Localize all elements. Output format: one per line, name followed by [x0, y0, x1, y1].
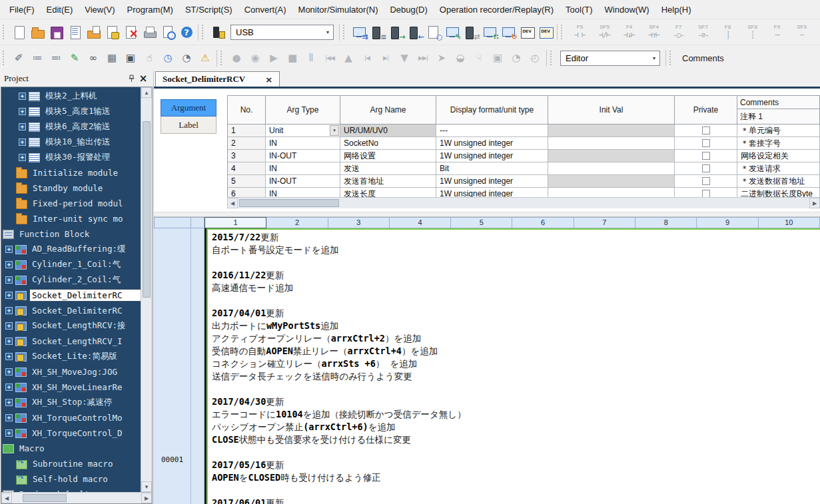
expand-icon[interactable]: [5, 322, 13, 330]
menu-item-edit[interactable]: Edit(E): [41, 1, 79, 18]
tree-item-self-hold-macro[interactable]: Self-hold macro: [1, 471, 141, 487]
tree-item-2[interactable]: 模块2_上料机: [1, 89, 141, 104]
private-checkbox[interactable]: [702, 177, 710, 185]
cell-arg-name[interactable]: UR/UM/UV0: [340, 125, 436, 137]
expand-icon[interactable]: [5, 429, 13, 437]
cell-comment[interactable]: ＊发送数据首地址: [737, 175, 820, 188]
tree-item-socket-delimiterrc[interactable]: Socket_DelimiterRC: [1, 288, 141, 303]
expand-icon[interactable]: [5, 246, 13, 253]
device-monitor-icon[interactable]: ▣: [121, 49, 140, 67]
cell-init-val[interactable]: [548, 162, 675, 175]
tree-item-socket-lite[interactable]: Socket_Lite:简易版: [1, 349, 141, 364]
comment-block[interactable]: 2015/7/22更新自ポート番号設定モードを追加 2016/11/22更新高速…: [206, 228, 820, 504]
tree-item-xh-sh-movejog-jog[interactable]: XH_SH_MoveJog:JOG: [1, 364, 141, 379]
cell-arg-name[interactable]: 发送: [340, 162, 436, 175]
close-panel-icon[interactable]: [137, 73, 149, 85]
cell-display-format[interactable]: ---: [436, 125, 548, 137]
tree-item-ad-readbuffering[interactable]: AD_ReadBuffering:缓: [1, 242, 141, 257]
print-preview-icon[interactable]: [159, 23, 177, 41]
online-edit-icon[interactable]: ↻: [499, 23, 518, 41]
pin-icon[interactable]: [125, 73, 137, 85]
private-checkbox[interactable]: [702, 126, 710, 134]
write-to-plc-icon[interactable]: →: [387, 23, 406, 41]
cell-arg-type[interactable]: IN-OUT: [266, 150, 340, 162]
tree-item-cylinder-2-coil[interactable]: Cylinder_2_Coil:气: [1, 272, 141, 288]
expand-icon[interactable]: [5, 307, 13, 314]
menu-item-view[interactable]: View(V): [79, 1, 121, 18]
device-batch-monitor-icon[interactable]: ∷: [480, 23, 499, 41]
new-document-icon[interactable]: [9, 23, 28, 41]
expand-icon[interactable]: [5, 414, 13, 421]
tree-item-device-default[interactable]: Device default: [1, 487, 141, 492]
device-window-2-icon[interactable]: [536, 23, 555, 41]
cell-display-format[interactable]: 1W unsigned integer: [436, 188, 548, 197]
tree-item-subroutine-macro[interactable]: Subroutine macro: [1, 456, 141, 471]
expand-icon[interactable]: [19, 123, 26, 130]
tree-item-inter-unit-sync-mo[interactable]: Inter-unit sync mo: [1, 211, 141, 226]
cell-display-format[interactable]: 1W unsigned integer: [436, 175, 548, 188]
cell-comment[interactable]: 二进制数据长度Byte: [737, 188, 820, 197]
tree-item-initialize-module[interactable]: Initialize module: [1, 165, 141, 180]
menu-item-operation-recorder-replay[interactable]: Operation recorder/Replay(R): [434, 1, 560, 18]
ladder-view-icon[interactable]: ▦: [103, 49, 121, 67]
watch-icon[interactable]: ∞: [84, 49, 103, 67]
cell-arg-type[interactable]: IN: [266, 162, 340, 175]
tree-item-xh-torquecontrol-d[interactable]: XH_TorqueControl_D: [1, 425, 141, 441]
private-checkbox[interactable]: [702, 190, 710, 197]
protect-ladder-icon[interactable]: [103, 23, 121, 41]
tree-item-6-2[interactable]: 模块6_高度2输送: [1, 119, 141, 134]
cell-init-val[interactable]: [548, 150, 675, 162]
tree-item-socket-lengthrcv-i[interactable]: Socket_LengthRCV_I: [1, 334, 141, 349]
cell-display-format[interactable]: 1W unsigned integer: [436, 137, 548, 150]
scroll-left-icon[interactable]: ◀: [1, 493, 12, 503]
tree-item-socket-lengthrcv[interactable]: Socket_LengthRCV:接: [1, 318, 141, 334]
cell-arg-type[interactable]: IN: [266, 188, 340, 197]
private-checkbox[interactable]: [702, 164, 710, 172]
touch-operation-icon[interactable]: ☝: [140, 49, 159, 67]
expand-icon[interactable]: [5, 338, 13, 345]
transfer-setup-icon[interactable]: ⇉: [350, 23, 368, 41]
expand-icon[interactable]: [5, 276, 13, 284]
scroll-track[interactable]: [238, 198, 809, 208]
expand-icon[interactable]: [5, 261, 13, 268]
cell-comment[interactable]: ＊发送请求: [737, 162, 820, 175]
menu-item-monitor-simulator[interactable]: Monitor/Simulator(N): [292, 1, 384, 18]
print-icon[interactable]: [140, 23, 159, 41]
scroll-thumb[interactable]: [23, 494, 67, 502]
menu-item-debug[interactable]: Debug(D): [384, 1, 433, 18]
verify-icon[interactable]: ○: [424, 23, 443, 41]
open-ladder-icon[interactable]: [84, 23, 103, 41]
scroll-thumb[interactable]: [143, 121, 151, 298]
tab-argument[interactable]: Argument: [161, 99, 216, 117]
private-checkbox[interactable]: [702, 139, 710, 147]
dropdown-arrow-icon[interactable]: ▾: [322, 29, 333, 35]
cell-init-val[interactable]: [548, 175, 675, 188]
connection-combo[interactable]: USB▾: [230, 25, 334, 40]
expand-icon[interactable]: [19, 138, 26, 146]
wire-edit-icon[interactable]: ✐: [9, 49, 28, 67]
tree-vertical-scrollbar[interactable]: ▲ ▼: [141, 87, 152, 492]
tree-horizontal-scrollbar[interactable]: ◀ ▶: [1, 492, 152, 503]
expand-icon[interactable]: [5, 383, 13, 391]
ladder-column-7[interactable]: 7: [574, 217, 635, 228]
monitor-warning-icon[interactable]: ⚠: [196, 49, 214, 67]
cell-arg-type[interactable]: Unit▾: [266, 125, 340, 137]
scroll-left-icon[interactable]: ◀: [227, 198, 238, 208]
ladder-column-10[interactable]: 10: [759, 217, 820, 228]
tree-item-xh-sh-movelinearre[interactable]: XH_SH_MoveLinearRe: [1, 379, 141, 395]
chart-stopwatch-icon[interactable]: ◔: [177, 49, 196, 67]
cell-comment[interactable]: 网络设定相关: [737, 150, 820, 162]
tab-close-icon[interactable]: [265, 75, 272, 85]
tree-item-socket-delimiterrc[interactable]: Socket_DelimiterRC: [1, 303, 141, 318]
expand-icon[interactable]: [5, 399, 13, 406]
menu-item-convert[interactable]: Convert(A): [238, 1, 292, 18]
expand-icon[interactable]: [5, 353, 13, 360]
ladder-column-2[interactable]: 2: [266, 217, 328, 228]
device-comment-icon[interactable]: ≡: [368, 23, 387, 41]
ladder-column-1[interactable]: 1: [205, 217, 266, 228]
dropdown-arrow-icon[interactable]: ▾: [330, 125, 339, 136]
scroll-down-icon[interactable]: ▼: [141, 481, 152, 492]
ladder-column-6[interactable]: 6: [512, 217, 574, 228]
menu-item-tool[interactable]: Tool(T): [560, 1, 598, 18]
scroll-track[interactable]: [141, 98, 152, 481]
